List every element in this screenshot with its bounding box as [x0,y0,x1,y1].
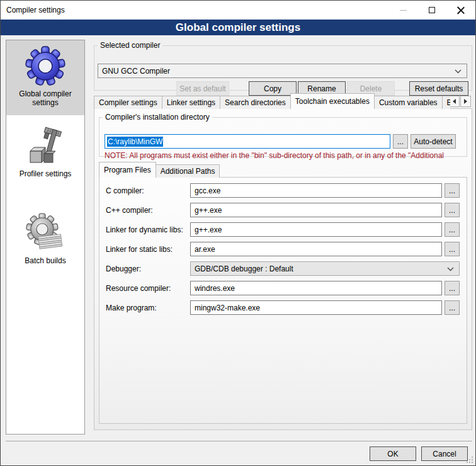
close-button[interactable] [446,1,475,20]
window-title: Compiler settings [6,6,65,14]
field-row-debugger: Debugger: GDB/CDB debugger : Default [106,261,460,276]
field-row-c-compiler: C compiler: gcc.exe ... [106,183,460,198]
tab-program-files[interactable]: Program Files [99,162,156,178]
cpp-compiler-input[interactable]: g++.exe [190,203,442,217]
c-compiler-browse-button[interactable]: ... [445,183,460,198]
main-tabs: Compiler settings Linker settings Search… [94,93,450,109]
field-label: Linker for dynamic libs: [106,225,190,234]
selected-compiler-group: Selected compiler GNU GCC Compiler Set a… [94,41,472,91]
sidebar-item-batch-builds[interactable]: Batch builds [6,207,84,278]
minimize-button[interactable] [388,1,417,20]
field-value: ar.exe [195,245,215,254]
static-linker-browse-button[interactable]: ... [445,242,460,256]
debugger-combobox[interactable]: GDB/CDB debugger : Default [190,261,460,276]
field-label: Make program: [106,304,190,312]
c-compiler-input[interactable]: gcc.exe [190,183,442,198]
field-value: windres.exe [195,284,235,293]
ok-button[interactable]: OK [370,446,416,461]
installation-directory-legend: Compiler's installation directory [103,113,212,122]
tab-scroll-right-button[interactable] [460,96,471,107]
tab-scroll-left-button[interactable] [449,96,460,107]
tab-compiler-settings[interactable]: Compiler settings [94,96,162,109]
dialog-banner: Global compiler settings [1,20,475,35]
program-files-page: C compiler: gcc.exe ... C++ compiler: g+… [99,177,467,424]
gray-gear-stack-icon [25,213,65,253]
compiler-combobox-value: GNU GCC Compiler [102,67,170,76]
caliper-icon [25,126,65,166]
main-tab-strip: Compiler settings Linker settings Search… [94,93,472,109]
selected-path-text: C:\raylib\MinGW [107,137,163,147]
sidebar-item-profiler-settings[interactable]: Profiler settings [6,120,84,191]
compiler-settings-dialog: Compiler settings Global compiler settin… [0,0,476,466]
field-row-static-linker: Linker for static libs: ar.exe ... [106,242,460,256]
compiler-combobox[interactable]: GNU GCC Compiler [98,64,467,78]
make-program-input[interactable]: mingw32-make.exe [190,300,442,315]
field-row-make-program: Make program: mingw32-make.exe ... [106,300,460,315]
static-linker-input[interactable]: ar.exe [190,242,442,256]
cpp-compiler-browse-button[interactable]: ... [445,203,460,217]
caption-buttons [388,1,475,20]
minimize-icon [400,10,407,11]
sidebar-item-label: Profiler settings [13,169,78,178]
tab-toolchain-executables[interactable]: Toolchain executables [290,93,375,109]
tab-custom-variables[interactable]: Custom variables [374,96,443,109]
tab-scroll-arrows [448,96,471,107]
field-label: Debugger: [106,264,190,273]
maximize-button[interactable] [417,1,446,20]
installation-directory-input[interactable]: C:\raylib\MinGW [105,134,390,149]
sidebar-item-global-compiler-settings[interactable]: Global compiler settings [6,40,84,115]
tab-additional-paths[interactable]: Additional Paths [156,164,220,178]
resource-compiler-input[interactable]: windres.exe [190,281,442,295]
chevron-down-icon [455,69,462,74]
field-label: C compiler: [106,186,190,195]
field-row-cpp-compiler: C++ compiler: g++.exe ... [106,203,460,217]
installation-directory-group: Compiler's installation directory C:\ray… [99,113,467,157]
tab-build-options[interactable]: Build [442,96,450,109]
field-row-resource-compiler: Resource compiler: windres.exe ... [106,281,460,295]
cancel-button[interactable]: Cancel [421,446,468,461]
sub-tab-strip: Program Files Additional Paths [99,162,219,178]
triangle-right-icon [464,99,467,104]
dynamic-linker-input[interactable]: g++.exe [190,222,442,237]
sidebar-item-label: Global compiler settings [13,89,78,107]
tab-linker-settings[interactable]: Linker settings [162,96,220,109]
triangle-left-icon [453,99,456,104]
chevron-down-icon [447,267,454,271]
resize-grip[interactable] [466,456,473,463]
sidebar-item-label: Batch builds [13,256,78,265]
field-label: Resource compiler: [106,284,190,293]
settings-category-list: Global compiler settings [6,40,85,435]
auto-detect-button[interactable]: Auto-detect [411,134,456,149]
field-value: mingw32-make.exe [195,304,260,312]
maximize-icon [429,7,435,13]
note-text: NOTE: All programs must exist either in … [105,151,465,160]
selected-compiler-legend: Selected compiler [98,41,162,50]
field-value: g++.exe [195,225,222,234]
close-icon [457,6,465,14]
field-label: C++ compiler: [106,206,190,215]
field-value: g++.exe [195,206,222,215]
dynamic-linker-browse-button[interactable]: ... [445,222,460,237]
blue-gear-icon [25,46,65,86]
tab-search-directories[interactable]: Search directories [220,96,291,109]
resource-compiler-browse-button[interactable]: ... [445,281,460,295]
browse-directory-button[interactable]: ... [393,134,408,149]
field-label: Linker for static libs: [106,245,190,254]
footer-divider [6,441,472,441]
field-value: gcc.exe [195,186,220,195]
make-program-browse-button[interactable]: ... [445,300,460,315]
debugger-combobox-value: GDB/CDB debugger : Default [195,264,293,273]
field-row-dynamic-linker: Linker for dynamic libs: g++.exe ... [106,222,460,237]
